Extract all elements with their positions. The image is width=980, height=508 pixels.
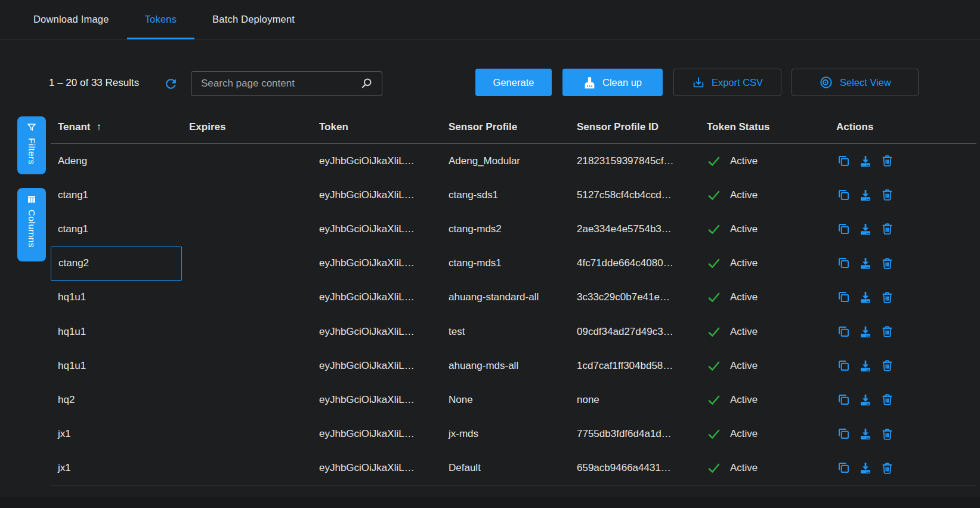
download-token-icon[interactable] xyxy=(858,290,873,304)
download-token-icon[interactable] xyxy=(858,461,873,475)
copy-token-icon[interactable] xyxy=(836,393,851,407)
cell-token[interactable]: eyJhbGciOiJkaXliL… xyxy=(312,383,441,417)
copy-token-icon[interactable] xyxy=(836,461,851,475)
cell-sensor-profile[interactable]: Default xyxy=(441,451,570,485)
copy-token-icon[interactable] xyxy=(836,188,851,202)
copy-token-icon[interactable] xyxy=(836,256,851,270)
delete-token-icon[interactable] xyxy=(880,257,894,270)
cell-expires[interactable] xyxy=(182,247,312,281)
cell-expires[interactable] xyxy=(182,315,312,349)
table-row[interactable]: Adeng eyJhbGciOiJkaXliL… Adeng_Modular 2… xyxy=(51,144,976,178)
table-row[interactable]: jx1 eyJhbGciOiJkaXliL… Default 659acb946… xyxy=(51,451,976,485)
download-token-icon[interactable] xyxy=(858,393,873,407)
generate-button[interactable]: Generate xyxy=(475,69,552,96)
download-token-icon[interactable] xyxy=(858,188,873,202)
cell-tenant[interactable]: jx1 xyxy=(51,417,182,451)
copy-token-icon[interactable] xyxy=(836,325,851,339)
delete-token-icon[interactable] xyxy=(880,393,894,407)
table-row[interactable]: hq1u1 eyJhbGciOiJkaXliL… test 09cdf34ad2… xyxy=(51,315,976,349)
cell-expires[interactable] xyxy=(182,212,312,246)
cell-token[interactable]: eyJhbGciOiJkaXliL… xyxy=(312,212,441,246)
cell-token[interactable]: eyJhbGciOiJkaXliL… xyxy=(312,315,441,349)
tab-tokens[interactable]: Tokens xyxy=(127,0,194,39)
download-token-icon[interactable] xyxy=(858,325,873,339)
cell-sensor-profile[interactable]: ctang-mds1 xyxy=(441,247,570,281)
cell-sensor-profile-id[interactable]: 3c33c29c0b7e41e… xyxy=(570,281,700,315)
cell-sensor-profile[interactable]: jx-mds xyxy=(441,417,570,451)
delete-token-icon[interactable] xyxy=(880,188,894,202)
cell-tenant[interactable]: hq1u1 xyxy=(51,315,182,349)
select-view-button[interactable]: Select View xyxy=(792,69,919,96)
download-token-icon[interactable] xyxy=(858,222,873,236)
cell-tenant[interactable]: hq1u1 xyxy=(51,349,182,383)
cell-sensor-profile-id[interactable]: 09cdf34ad27d49c3… xyxy=(570,315,700,349)
cell-token[interactable]: eyJhbGciOiJkaXliL… xyxy=(312,349,441,383)
column-header-tenant[interactable]: Tenant ↑ xyxy=(51,110,182,143)
cell-tenant[interactable]: ctang1 xyxy=(51,178,182,212)
cell-sensor-profile-id[interactable]: 5127c58cf4cb4ccd… xyxy=(570,178,700,212)
download-token-icon[interactable] xyxy=(858,427,873,441)
cell-tenant[interactable]: jx1 xyxy=(51,451,182,485)
refresh-button[interactable] xyxy=(162,75,179,92)
tab-download-image[interactable]: Download Image xyxy=(16,0,127,39)
cell-tenant[interactable]: ctang2 xyxy=(51,247,182,281)
delete-token-icon[interactable] xyxy=(880,325,894,338)
cell-token[interactable]: eyJhbGciOiJkaXliL… xyxy=(312,281,441,315)
cell-token[interactable]: eyJhbGciOiJkaXliL… xyxy=(312,178,441,212)
copy-token-icon[interactable] xyxy=(836,290,851,304)
column-header-expires[interactable]: Expires xyxy=(182,110,312,143)
download-token-icon[interactable] xyxy=(858,359,873,373)
download-token-icon[interactable] xyxy=(858,154,873,168)
table-row[interactable]: hq1u1 eyJhbGciOiJkaXliL… ahuang-standard… xyxy=(51,281,976,315)
cell-sensor-profile-id[interactable]: 7755db3fdf6d4a1d… xyxy=(570,417,700,451)
cell-sensor-profile[interactable]: None xyxy=(441,383,570,417)
clean-up-button[interactable]: Clean up xyxy=(562,69,663,96)
copy-token-icon[interactable] xyxy=(836,154,851,168)
columns-panel-button[interactable]: Columns xyxy=(17,188,46,261)
table-row[interactable]: jx1 eyJhbGciOiJkaXliL… jx-mds 7755db3fdf… xyxy=(51,417,976,451)
cell-sensor-profile[interactable]: ctang-sds1 xyxy=(441,178,570,212)
search-input[interactable] xyxy=(201,78,359,90)
cell-expires[interactable] xyxy=(182,417,312,451)
table-row[interactable]: ctang1 eyJhbGciOiJkaXliL… ctang-mds2 2ae… xyxy=(51,212,976,246)
cell-token[interactable]: eyJhbGciOiJkaXliL… xyxy=(312,247,441,281)
cell-tenant[interactable]: hq2 xyxy=(51,383,182,417)
cell-sensor-profile-id[interactable]: 1cd7caf1ff304bd58… xyxy=(570,349,700,383)
copy-token-icon[interactable] xyxy=(836,222,851,236)
column-header-token-status[interactable]: Token Status xyxy=(700,110,829,143)
table-row[interactable]: ctang1 eyJhbGciOiJkaXliL… ctang-sds1 512… xyxy=(51,178,976,212)
cell-expires[interactable] xyxy=(182,144,312,178)
cell-sensor-profile-id[interactable]: 659acb9466a4431… xyxy=(570,451,700,485)
search-icon[interactable] xyxy=(359,76,373,91)
delete-token-icon[interactable] xyxy=(880,461,894,475)
cell-sensor-profile-id[interactable]: 2ae334e4e5754b3… xyxy=(570,212,700,246)
column-header-token[interactable]: Token xyxy=(312,110,441,143)
delete-token-icon[interactable] xyxy=(880,222,894,236)
cell-expires[interactable] xyxy=(182,349,312,383)
tab-batch-deployment[interactable]: Batch Deployment xyxy=(194,0,313,39)
column-header-sensor-profile[interactable]: Sensor Profile xyxy=(441,110,570,143)
cell-sensor-profile-id[interactable]: 4fc71dde664c4080… xyxy=(570,247,700,281)
cell-sensor-profile[interactable]: Adeng_Modular xyxy=(441,144,570,178)
delete-token-icon[interactable] xyxy=(880,427,894,441)
cell-sensor-profile[interactable]: ctang-mds2 xyxy=(441,212,570,246)
cell-tenant[interactable]: Adeng xyxy=(51,144,182,178)
table-row[interactable]: hq1u1 eyJhbGciOiJkaXliL… ahuang-mds-all … xyxy=(51,349,976,383)
filters-panel-button[interactable]: Filters xyxy=(17,116,46,174)
column-header-sensor-profile-id[interactable]: Sensor Profile ID xyxy=(570,110,700,143)
cell-expires[interactable] xyxy=(182,281,312,315)
delete-token-icon[interactable] xyxy=(880,154,894,168)
table-row[interactable]: ctang2 eyJhbGciOiJkaXliL… ctang-mds1 4fc… xyxy=(51,247,976,281)
copy-token-icon[interactable] xyxy=(836,427,851,441)
cell-expires[interactable] xyxy=(182,383,312,417)
cell-expires[interactable] xyxy=(182,451,312,485)
delete-token-icon[interactable] xyxy=(880,359,894,372)
copy-token-icon[interactable] xyxy=(836,359,851,373)
cell-tenant[interactable]: ctang1 xyxy=(51,212,182,246)
cell-expires[interactable] xyxy=(182,178,312,212)
table-row[interactable]: hq2 eyJhbGciOiJkaXliL… None none Active xyxy=(51,383,976,417)
download-token-icon[interactable] xyxy=(858,256,873,270)
export-csv-button[interactable]: Export CSV xyxy=(673,69,781,96)
cell-sensor-profile[interactable]: ahuang-mds-all xyxy=(441,349,570,383)
cell-token[interactable]: eyJhbGciOiJkaXliL… xyxy=(312,417,441,451)
